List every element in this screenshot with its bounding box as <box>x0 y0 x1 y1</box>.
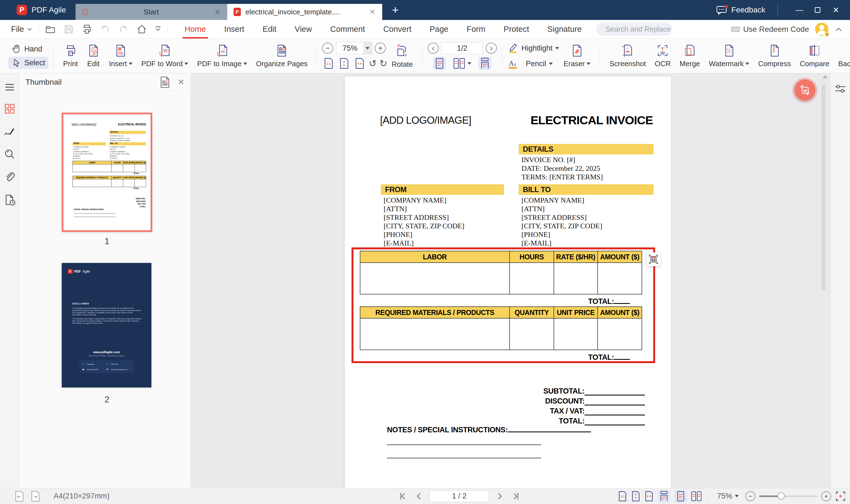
menu-tab-comment[interactable]: Comment <box>329 21 366 38</box>
home-quick-icon[interactable] <box>136 24 147 35</box>
prev-doc-view-icon[interactable] <box>14 490 25 502</box>
watermark-button[interactable]: Watermark <box>704 40 754 71</box>
first-page-icon[interactable] <box>399 492 408 501</box>
sb-zoom-out-button[interactable]: − <box>745 491 755 501</box>
compare-button[interactable]: Compare <box>795 40 834 71</box>
actual-size-button[interactable]: 1:1 <box>322 57 335 70</box>
next-doc-view-icon[interactable] <box>30 490 41 502</box>
panel-menu-icon[interactable] <box>4 83 15 92</box>
prev-page-button[interactable]: ‹ <box>428 43 439 54</box>
menu-tab-view[interactable]: View <box>294 21 313 38</box>
menu-tab-edit[interactable]: Edit <box>261 21 277 38</box>
insert-button[interactable]: Insert <box>105 40 137 71</box>
pdf-to-image-button[interactable]: PDF to Image <box>193 40 251 71</box>
sb-actual-size-icon[interactable]: 1:1 <box>618 491 627 502</box>
properties-sliders-icon[interactable] <box>834 83 846 94</box>
tab-document[interactable]: P electrical_invoice_template.... ✕ <box>227 4 382 20</box>
edit-button[interactable]: Edit <box>83 40 105 71</box>
thumbnail-page-1[interactable]: [ADD LOGO/IMAGE] ELECTRICAL INVOICE DETA… <box>62 113 152 232</box>
font-style-icon[interactable]: Aa <box>507 58 519 70</box>
scrollbar-up-arrow[interactable] <box>822 75 828 78</box>
materials-table[interactable]: REQUIRED MATERIALS / PRODUCTS QUANTITY U… <box>360 306 642 350</box>
compress-button[interactable]: Compress <box>754 40 795 71</box>
tab-start[interactable]: Start ✕ <box>76 4 227 20</box>
sb-zoom-in-button[interactable]: + <box>821 491 831 501</box>
eraser-button[interactable]: Eraser <box>559 40 595 71</box>
open-file-icon[interactable] <box>45 24 56 35</box>
save-icon[interactable] <box>63 24 74 35</box>
feedback-button[interactable]: Feedback <box>716 5 765 15</box>
highlight-button[interactable]: Hightlight <box>507 42 559 54</box>
hand-tool-button[interactable]: Hand <box>8 43 49 55</box>
menu-tab-home[interactable]: Home <box>183 21 207 38</box>
panel-close-icon[interactable]: ✕ <box>178 77 185 87</box>
file-menu[interactable]: File <box>11 25 32 34</box>
two-page-view-button[interactable] <box>453 57 472 70</box>
zoom-slider-knob[interactable] <box>777 492 785 500</box>
next-page-button[interactable]: › <box>486 43 497 54</box>
pdf-to-word-button[interactable]: W PDF to Word <box>137 40 193 71</box>
sb-fit-page-icon[interactable] <box>631 491 640 502</box>
tab-document-close-icon[interactable]: ✕ <box>368 8 377 16</box>
labor-table[interactable]: LABOR HOURS RATE ($/HR) AMOUNT ($) <box>360 251 642 294</box>
select-tool-button[interactable]: Select <box>8 57 49 69</box>
thumbnail-options-icon[interactable] <box>159 76 170 88</box>
organize-pages-button[interactable]: Organize Pages <box>252 40 312 71</box>
print-button[interactable]: Print <box>59 40 82 71</box>
zoom-in-button[interactable]: + <box>375 43 386 54</box>
ocr-button[interactable]: OCR <box>650 40 675 71</box>
sb-two-page-icon[interactable] <box>691 491 702 502</box>
menu-tab-insert[interactable]: Insert <box>223 21 246 38</box>
redeem-code-button[interactable]: Use Redeem Code <box>730 25 809 34</box>
zoom-level-input[interactable]: 75% <box>336 42 372 54</box>
signature-panel-icon[interactable] <box>4 126 15 137</box>
zoom-out-button[interactable]: − <box>322 43 333 54</box>
background-button[interactable]: Background <box>834 40 850 71</box>
scroll-view-button[interactable] <box>478 57 491 70</box>
zoom-slider[interactable] <box>759 496 817 497</box>
avatar[interactable] <box>815 23 828 36</box>
menu-tab-protect[interactable]: Protect <box>503 21 530 38</box>
fit-width-button[interactable] <box>353 57 366 70</box>
single-page-view-button[interactable] <box>433 57 446 70</box>
redo-icon[interactable] <box>118 24 129 35</box>
sb-fit-width-icon[interactable] <box>644 491 654 502</box>
new-tab-button[interactable]: + <box>392 4 399 16</box>
table-recognition-button[interactable] <box>647 252 661 266</box>
collapse-ribbon-icon[interactable] <box>834 26 843 32</box>
print-quick-icon[interactable] <box>82 24 92 35</box>
page-number-input[interactable]: 1/2 <box>441 42 483 54</box>
previous-page-icon[interactable] <box>415 492 422 501</box>
thumbnail-page-2[interactable]: P PDF Agile DISCLAIMER The templates and… <box>62 263 151 388</box>
statusbar-page-input[interactable]: 1 / 2 <box>430 490 489 502</box>
menu-tab-page[interactable]: Page <box>429 21 450 38</box>
fit-page-button[interactable] <box>338 57 350 70</box>
search-input[interactable]: Search and Replace <box>596 23 672 36</box>
sb-single-page-button[interactable] <box>674 490 687 503</box>
maximize-button[interactable] <box>809 6 827 14</box>
pdf-page[interactable]: [ADD LOGO/IMAGE] ELECTRICAL INVOICE DETA… <box>345 76 671 488</box>
rotate-right-icon[interactable]: ↻ <box>379 58 387 69</box>
attachment-panel-icon[interactable] <box>4 171 15 182</box>
rotate-left-icon[interactable]: ↺ <box>369 58 377 69</box>
customize-toolbar-icon[interactable] <box>155 25 162 34</box>
menu-tab-signature[interactable]: Signature <box>546 21 583 38</box>
tab-start-close-icon[interactable]: ✕ <box>213 8 222 16</box>
screenshot-button[interactable]: Screenshot <box>605 40 650 71</box>
last-page-icon[interactable] <box>511 492 520 501</box>
fullscreen-icon[interactable] <box>835 491 846 502</box>
merge-button[interactable]: Merge <box>675 40 704 71</box>
search-panel-icon[interactable] <box>4 149 15 160</box>
pencil-button[interactable]: Pencil <box>526 59 546 68</box>
menu-tab-form[interactable]: Form <box>466 21 487 38</box>
sb-scroll-view-button[interactable] <box>658 490 670 503</box>
minimize-button[interactable]: — <box>790 5 809 14</box>
undo-icon[interactable] <box>100 24 111 35</box>
close-button[interactable]: ✕ <box>827 5 845 15</box>
sb-zoom-dropdown[interactable]: 75% <box>717 492 739 500</box>
zoom-dropdown-icon[interactable] <box>363 42 372 54</box>
thumbnail-panel-icon[interactable] <box>4 103 15 114</box>
menu-tab-convert[interactable]: Convert <box>382 21 413 38</box>
vertical-scrollbar[interactable] <box>821 85 826 291</box>
next-page-icon[interactable] <box>496 492 504 501</box>
